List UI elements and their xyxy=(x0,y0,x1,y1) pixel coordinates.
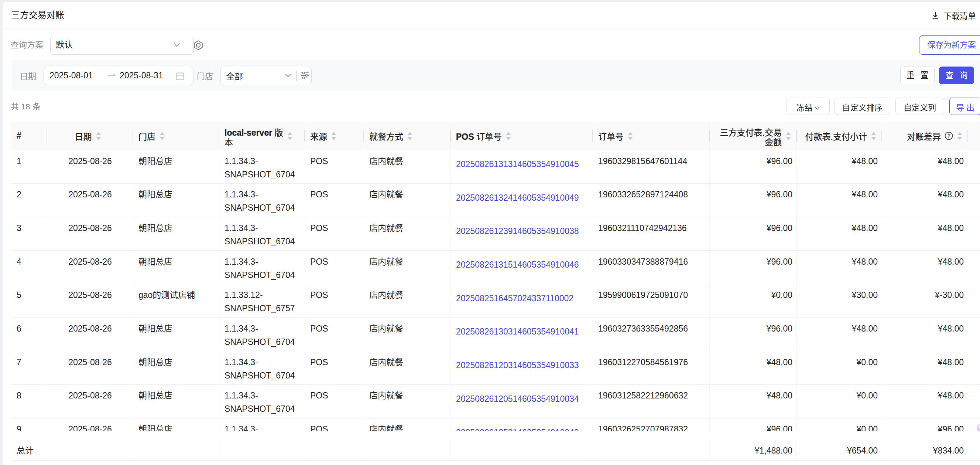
svg-text:?: ? xyxy=(948,133,950,139)
